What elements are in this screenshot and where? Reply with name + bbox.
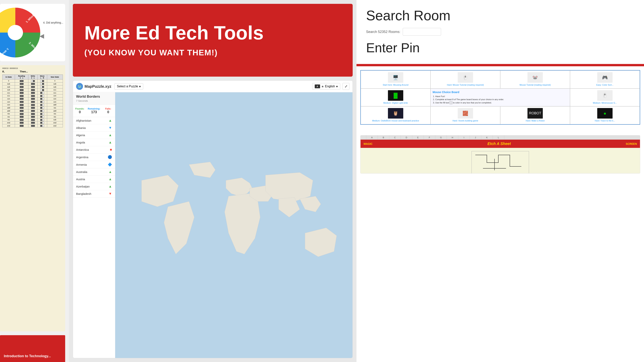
wheel-container: 1. Which 2. Who 3. Who did you... or pre… — [0, 6, 50, 61]
map-toolbar: 🗺️ MapPuzzle.xyz Select a Puzzle ▾ A ★ E… — [73, 81, 352, 92]
board-cell[interactable]: 🐭 Mouse Tutorial (reading required) — [500, 70, 570, 88]
country-flag: 🔵 — [108, 155, 112, 159]
wheel-arrow — [40, 34, 44, 39]
board-cell[interactable]: 🖱️ Medium: Minimoouse G... — [570, 88, 640, 106]
spinner-card: 1. Which 2. Who 3. Who did you... or pre… — [0, 4, 65, 61]
cell-label: Easy: Color Sort... — [596, 83, 613, 86]
spinner-wheel[interactable]: 1. Which 2. Who 3. Who did you... or pre… — [0, 6, 42, 59]
col-reading: Reading0 1 — [15, 75, 28, 79]
map-logo-icon: 🗺️ — [76, 83, 83, 90]
cell-image: 🐭 — [528, 72, 543, 83]
map-logo: 🗺️ MapPuzzle.xyz — [76, 83, 111, 90]
col-e: E — [412, 135, 424, 139]
table-row: con con — [2, 100, 63, 103]
table-row: sub sub — [2, 82, 63, 85]
hero-banner: More Ed Tech Tools (YOU KNOW YOU WANT TH… — [73, 4, 353, 77]
list-item[interactable]: Algeria ▲ — [73, 132, 115, 139]
board-cell[interactable]: 🖥️ Start here: Mousing Around — [361, 70, 430, 88]
map-stats: Founds: 0 Remaining: 173 Fails: 0 — [73, 105, 115, 117]
language-button[interactable]: A ★ English ▾ — [312, 83, 340, 90]
cell-label: Mouse Tutorial (reading required) — [520, 83, 551, 86]
fullscreen-icon: ⤢ — [344, 84, 348, 88]
country-flag: ▲ — [108, 184, 112, 188]
map-sidebar-header: World Borders 7 Seconds — [73, 92, 115, 105]
col-move: MoveL R — [38, 75, 47, 79]
board-cell[interactable]: ● Hard: Trace to the k... — [570, 106, 640, 124]
list-item[interactable]: Angola ▲ — [73, 139, 115, 146]
country-flag: ▲ — [108, 119, 112, 123]
svg-rect-6 — [472, 151, 529, 174]
map-area[interactable] — [115, 92, 352, 358]
list-item[interactable]: Austria ▲ — [73, 176, 115, 183]
map-country-list: Afghanistan ▲ Albania ▼ Algeria ▲ Ango — [73, 117, 115, 197]
fails-value: 0 — [102, 110, 114, 114]
etch-magic-label: MAGIC — [364, 142, 372, 145]
red-bottom-card: Introduction to Technology... — [0, 335, 65, 362]
cell-label: Hard: Mouse Tutorial (reading required) — [447, 83, 484, 86]
cell-image: ● — [597, 108, 612, 119]
list-item[interactable]: Azerbaijan ▲ — [73, 183, 115, 190]
remaining-value: 173 — [88, 110, 100, 114]
board-cell[interactable]: 🦉 Medium: OwlieBOO mouse and keyboard pr… — [361, 106, 430, 124]
turing-table: In State Reading0 1 Write0 1 MoveL R New… — [2, 74, 63, 127]
table-row: sub sub — [2, 85, 63, 88]
list-item[interactable]: Armenia 🔷 — [73, 161, 115, 168]
turing-if-label: If, — [2, 70, 4, 73]
list-item[interactable]: Argentina 🔵 — [73, 153, 115, 161]
col-f: F — [424, 135, 435, 139]
list-item[interactable]: Australia ▲ — [73, 168, 115, 176]
table-row: res sub — [2, 118, 63, 121]
cell-label: Hard: Trace to the k... — [595, 119, 615, 122]
right-column: Search Room Search 52352 Rooms: Enter Pi… — [356, 0, 644, 362]
list-item[interactable]: Bangladesh ▼ — [73, 190, 115, 197]
founds-value: 0 — [74, 110, 86, 114]
table-row: con add — [2, 103, 63, 106]
founds-stat: Founds: 0 — [73, 106, 87, 115]
search-input[interactable] — [403, 28, 441, 36]
col-a: A — [366, 135, 378, 139]
table-row: res res — [2, 112, 63, 115]
cell-image: 🧱 — [458, 108, 473, 119]
board-cell[interactable]: ROBOT Hard: Make a Robot — [500, 106, 570, 124]
map-logo-text: MapPuzzle.xyz — [84, 84, 111, 89]
country-flag: ▲ — [108, 133, 112, 137]
turing-card: 000010 00000010 If, Then... In State Rea… — [0, 65, 65, 331]
table-row: con con — [2, 97, 63, 100]
choice-board-section: 🖥️ Start here: Mousing Around 🖱️ Hard: M… — [356, 70, 644, 135]
col-in-state: In State — [2, 75, 15, 79]
board-instructions: Have Fun! Complete at least 8 of The gam… — [432, 95, 504, 104]
map-body: World Borders 7 Seconds Founds: 0 Remain… — [73, 92, 352, 358]
etch-card: A B C D E F G H I J K L MAGIC Etch A She… — [360, 135, 640, 174]
cell-label: Hard: Voxels building game — [452, 119, 478, 122]
board-cell[interactable]: ▓ Medium: Digital Light-brite — [361, 88, 430, 106]
etch-section: A B C D E F G H I J K L MAGIC Etch A She… — [356, 135, 644, 362]
middle-column: More Ed Tech Tools (YOU KNOW YOU WANT TH… — [69, 0, 356, 362]
map-sidebar: World Borders 7 Seconds Founds: 0 Remain… — [73, 92, 115, 358]
lang-icon-a: A — [315, 84, 320, 88]
left-column: 1. Which 2. Who 3. Who did you... or pre… — [0, 0, 69, 362]
select-puzzle-button[interactable]: Select a Puzzle ▾ — [114, 83, 143, 90]
spreadsheet-header: A B C D E F G H I J K L — [360, 135, 640, 140]
turing-header: If, Then... — [2, 70, 63, 73]
col-k: K — [481, 135, 493, 139]
table-row: res res — [2, 115, 63, 118]
remaining-label: Remaining: — [88, 107, 100, 110]
cell-image: 🎮 — [597, 72, 612, 83]
svg-point-0 — [8, 25, 23, 40]
red-bottom-text: Introduction to Technology... — [4, 354, 51, 358]
map-timer: 7 Seconds — [76, 99, 112, 102]
cell-image: ROBOT — [528, 108, 543, 119]
col-l: L — [493, 135, 504, 139]
board-cell[interactable]: 🧱 Hard: Voxels building game — [430, 106, 500, 124]
board-cell[interactable]: 🎮 Easy: Color Sort... — [570, 70, 640, 88]
fullscreen-button[interactable]: ⤢ — [342, 83, 350, 90]
red-accent-bar — [356, 64, 644, 66]
list-item[interactable]: Afghanistan ▲ — [73, 117, 115, 124]
row-header — [360, 135, 366, 139]
list-item[interactable]: Antarctica ■ — [73, 146, 115, 153]
list-item[interactable]: Albania ▼ — [73, 124, 115, 132]
board-cell[interactable]: 🖱️ Hard: Mouse Tutorial (reading require… — [430, 70, 500, 88]
board-title-cell: Mouse Choice Board Have Fun! Complete at… — [430, 88, 570, 106]
country-flag: ■ — [110, 148, 112, 152]
country-flag: ▲ — [108, 170, 112, 174]
